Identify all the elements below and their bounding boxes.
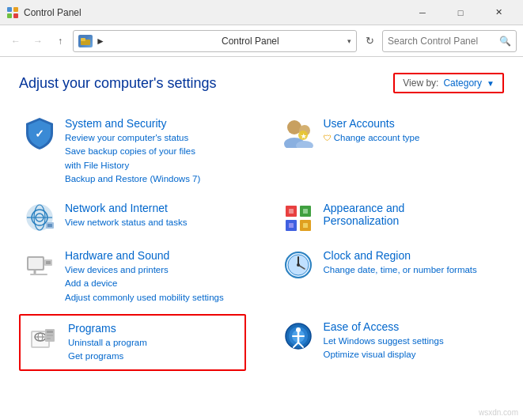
appearance-title[interactable]: Appearance andPersonalization: [324, 202, 500, 227]
svg-rect-27: [303, 223, 308, 228]
hardware-title[interactable]: Hardware and Sound: [65, 249, 241, 262]
category-clock[interactable]: Clock and Region Change date, time, or n…: [278, 241, 505, 312]
watermark: wsxdn.com: [479, 408, 518, 417]
ease-link-1[interactable]: Let Windows suggest settings: [324, 335, 500, 348]
clock-link-1[interactable]: Change date, time, or number formats: [324, 263, 500, 277]
current-path: Control Panel: [222, 36, 344, 47]
svg-rect-29: [28, 258, 43, 269]
svg-rect-25: [303, 209, 308, 214]
appearance-icon: [282, 202, 314, 233]
network-icon: [24, 202, 55, 233]
svg-point-38: [297, 263, 300, 267]
system-security-text: System and Security Review your computer…: [65, 117, 241, 186]
programs-link-1[interactable]: Uninstall a program: [68, 336, 238, 350]
system-security-link-1[interactable]: Review your computer's status: [65, 131, 241, 145]
window-title: Control Panel: [24, 7, 404, 18]
search-input[interactable]: [388, 36, 496, 47]
view-by-value: Category: [443, 78, 482, 89]
clock-text: Clock and Region Change date, time, or n…: [324, 249, 500, 277]
category-appearance[interactable]: Appearance andPersonalization: [278, 194, 505, 241]
categories-grid: ✓ System and Security Review your comput…: [19, 109, 504, 373]
programs-icon: [27, 322, 59, 354]
close-button[interactable]: ✕: [480, 0, 517, 25]
system-security-link-3[interactable]: Backup and Restore (Windows 7): [65, 172, 241, 186]
svg-rect-19: [47, 224, 52, 227]
svg-rect-45: [47, 331, 53, 333]
window-controls: ─ □ ✕: [404, 0, 517, 25]
system-security-link-2[interactable]: Save backup copies of your fileswith Fil…: [65, 145, 241, 172]
svg-rect-3: [13, 13, 18, 18]
svg-rect-24: [289, 209, 294, 214]
ease-link-2[interactable]: Optimize visual display: [324, 348, 500, 361]
svg-rect-0: [7, 7, 12, 12]
ease-text: Ease of Access Let Windows suggest setti…: [324, 320, 500, 362]
category-system-security[interactable]: ✓ System and Security Review your comput…: [19, 109, 246, 194]
user-accounts-icon: ★: [282, 117, 314, 149]
svg-rect-31: [46, 261, 51, 264]
category-hardware[interactable]: Hardware and Sound View devices and prin…: [19, 241, 246, 312]
user-accounts-title[interactable]: User Accounts: [324, 117, 500, 130]
maximize-button[interactable]: □: [442, 0, 479, 25]
category-user-accounts[interactable]: ★ User Accounts 🛡 Change account type: [278, 109, 505, 194]
ease-icon: [282, 320, 314, 352]
svg-rect-47: [47, 338, 51, 339]
system-security-title[interactable]: System and Security: [65, 117, 241, 130]
system-security-icon: ✓: [24, 117, 55, 149]
svg-text:★: ★: [300, 133, 306, 140]
ease-title[interactable]: Ease of Access: [324, 320, 500, 333]
page-title: Adjust your computer's settings: [19, 75, 217, 92]
svg-rect-2: [7, 13, 12, 18]
header-row: Adjust your computer's settings View by:…: [19, 73, 504, 93]
search-box[interactable]: 🔍: [382, 30, 517, 52]
category-ease[interactable]: Ease of Access Let Windows suggest setti…: [278, 312, 505, 373]
svg-rect-26: [289, 223, 294, 228]
hardware-link-2[interactable]: Add a device: [65, 277, 241, 290]
user-accounts-link-1[interactable]: 🛡 Change account type: [324, 131, 500, 145]
programs-link-2[interactable]: Get programs: [68, 350, 238, 363]
path-dropdown-arrow[interactable]: ▾: [347, 37, 351, 45]
app-icon: [6, 6, 19, 19]
hardware-text: Hardware and Sound View devices and prin…: [65, 249, 241, 305]
title-bar: Control Panel ─ □ ✕: [0, 0, 523, 25]
main-content: Adjust your computer's settings View by:…: [0, 57, 523, 420]
hardware-link-3[interactable]: Adjust commonly used mobility settings: [65, 291, 241, 305]
forward-button[interactable]: →: [28, 32, 47, 51]
view-by-label: View by:: [403, 78, 438, 89]
category-network[interactable]: Network and Internet View network status…: [19, 194, 246, 241]
network-text: Network and Internet View network status…: [65, 202, 241, 229]
svg-rect-1: [13, 7, 18, 12]
svg-text:✓: ✓: [35, 127, 44, 140]
hardware-icon: [24, 249, 55, 281]
path-text: ►: [96, 36, 218, 47]
clock-icon: [282, 249, 314, 281]
minimize-button[interactable]: ─: [404, 0, 441, 25]
svg-rect-46: [47, 335, 53, 336]
back-button[interactable]: ←: [6, 32, 25, 51]
programs-text: Programs Uninstall a program Get program…: [68, 322, 238, 364]
network-link-1[interactable]: View network status and tasks: [65, 216, 241, 229]
svg-rect-33: [30, 274, 47, 275]
search-icon: 🔍: [499, 36, 511, 47]
appearance-text: Appearance andPersonalization: [324, 202, 500, 229]
programs-title[interactable]: Programs: [68, 322, 238, 335]
network-title[interactable]: Network and Internet: [65, 202, 241, 214]
user-accounts-text: User Accounts 🛡 Change account type: [324, 117, 500, 145]
svg-rect-5: [81, 38, 85, 41]
address-path-box[interactable]: ► Control Panel ▾: [73, 30, 357, 52]
address-bar: ← → ↑ ► Control Panel ▾ ↻ 🔍: [0, 25, 523, 57]
view-by-control[interactable]: View by: Category ▼: [393, 73, 504, 93]
category-programs[interactable]: Programs Uninstall a program Get program…: [19, 314, 246, 372]
view-by-arrow: ▼: [487, 79, 495, 88]
refresh-button[interactable]: ↻: [360, 32, 379, 51]
up-button[interactable]: ↑: [51, 32, 70, 51]
hardware-link-1[interactable]: View devices and printers: [65, 263, 241, 277]
clock-title[interactable]: Clock and Region: [324, 249, 500, 262]
path-icon: [78, 35, 93, 47]
